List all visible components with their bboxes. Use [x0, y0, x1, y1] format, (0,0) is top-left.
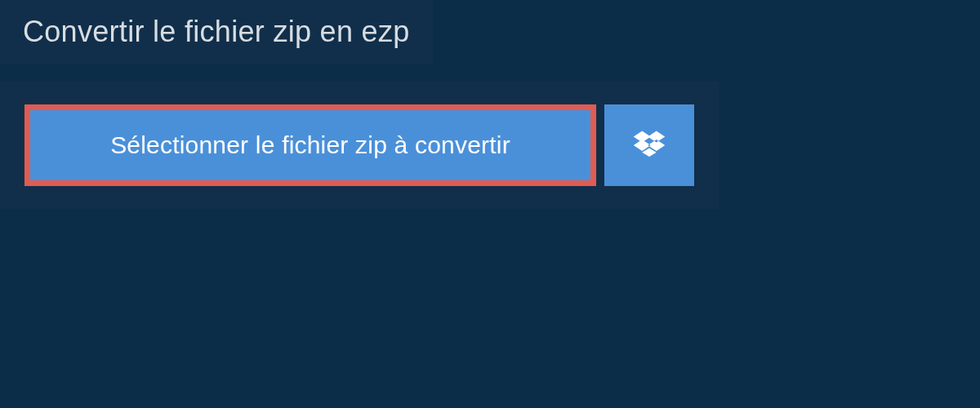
dropbox-icon — [632, 128, 666, 162]
file-select-panel: Sélectionner le fichier zip à convertir — [0, 82, 719, 209]
header-strip: Convertir le fichier zip en ezp — [0, 0, 433, 64]
page-title: Convertir le fichier zip en ezp — [23, 15, 410, 49]
select-file-button[interactable]: Sélectionner le fichier zip à convertir — [24, 104, 596, 186]
dropbox-button[interactable] — [604, 104, 694, 186]
